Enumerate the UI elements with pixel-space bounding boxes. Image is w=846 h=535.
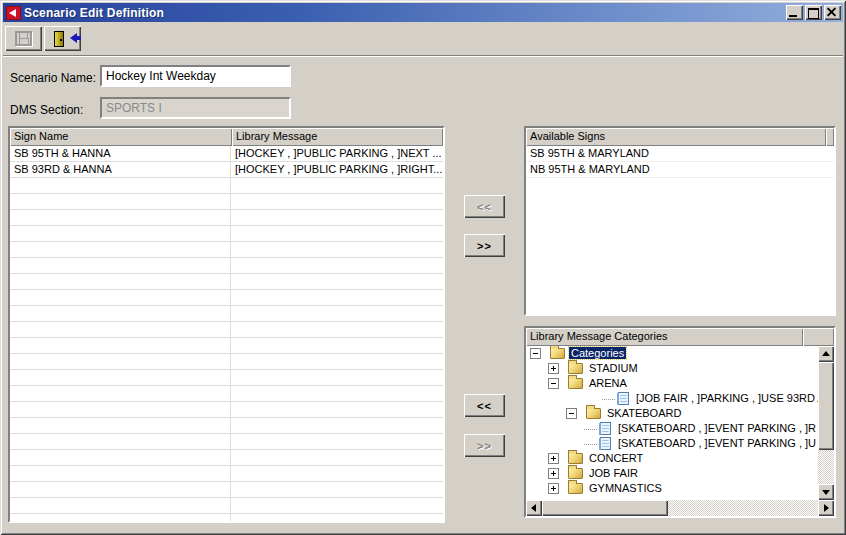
folder-icon	[568, 363, 583, 374]
tree-horizontal-scrollbar[interactable]	[526, 500, 834, 516]
collapse-icon[interactable]	[548, 378, 559, 389]
table-row[interactable]	[10, 194, 443, 210]
category-tree: CategoriesSTADIUMARENA[JOB FAIR , ]PARKI…	[526, 346, 818, 500]
table-row[interactable]	[10, 434, 443, 450]
tree-item-skateboard-event-parking-u[interactable]: [SKATEBOARD , ]EVENT PARKING , ]U	[526, 436, 818, 451]
table-row[interactable]	[10, 258, 443, 274]
table-row[interactable]: SB 93RD & HANNA[HOCKEY , ]PUBLIC PARKING…	[10, 162, 443, 178]
categories-move-left-button[interactable]: <<	[464, 394, 505, 417]
table-row[interactable]	[10, 242, 443, 258]
tree-item-job-fair[interactable]: JOB FAIR	[526, 466, 818, 481]
sign-name-cell	[10, 242, 231, 258]
document-icon	[600, 437, 611, 450]
titlebar: Scenario Edit Definition	[3, 3, 843, 22]
folder-icon	[586, 408, 601, 419]
tree-item-label[interactable]: GYMNASTICS	[587, 482, 664, 494]
minimize-button[interactable]	[786, 5, 803, 20]
horizontal-scroll-thumb[interactable]	[542, 500, 668, 516]
table-row[interactable]: SB 95TH & HANNA[HOCKEY , ]PUBLIC PARKING…	[10, 146, 443, 162]
available-sign-item[interactable]: NB 95TH & MARYLAND	[526, 162, 834, 178]
vertical-scroll-thumb[interactable]	[818, 362, 834, 450]
toolbar	[5, 26, 81, 52]
table-row[interactable]	[10, 418, 443, 434]
table-row[interactable]	[10, 210, 443, 226]
library-message-cell	[231, 290, 443, 306]
expand-icon[interactable]	[548, 363, 559, 374]
expand-icon[interactable]	[548, 483, 559, 494]
sign-table-header: Sign Name Library Message	[10, 128, 443, 146]
tree-item-skateboard[interactable]: SKATEBOARD	[526, 406, 818, 421]
tree-item-label[interactable]: CONCERT	[587, 452, 645, 464]
tree-item-label[interactable]: [JOB FAIR , ]PARKING , ]USE 93RD AVE ][J…	[634, 392, 818, 404]
library-message-cell	[231, 418, 443, 434]
expand-icon[interactable]	[548, 453, 559, 464]
exit-button[interactable]	[44, 26, 81, 51]
tree-item-label[interactable]: ARENA	[587, 377, 629, 389]
collapse-icon[interactable]	[566, 408, 577, 419]
signs-move-left-button[interactable]: <<	[464, 195, 505, 218]
table-row[interactable]	[10, 386, 443, 402]
table-row[interactable]	[10, 178, 443, 194]
scroll-left-button[interactable]	[526, 500, 542, 516]
tree-item-label[interactable]: SKATEBOARD	[605, 407, 683, 419]
tree-item-categories[interactable]: Categories	[526, 346, 818, 361]
tree-item-skateboard-event-parking-r[interactable]: [SKATEBOARD , ]EVENT PARKING , ]R	[526, 421, 818, 436]
toolbar-divider	[3, 55, 843, 57]
tree-connector	[584, 429, 597, 430]
library-message-cell	[231, 402, 443, 418]
folder-icon	[550, 348, 565, 359]
sign-name-cell	[10, 274, 231, 290]
library-message-cell	[231, 450, 443, 466]
sign-name-cell	[10, 482, 231, 498]
tree-item-label[interactable]: JOB FAIR	[587, 467, 640, 479]
expand-icon[interactable]	[548, 468, 559, 479]
tree-item-stadium[interactable]: STADIUM	[526, 361, 818, 376]
available-sign-item[interactable]: SB 95TH & MARYLAND	[526, 146, 834, 162]
signs-move-right-button[interactable]: >>	[464, 234, 505, 257]
sign-name-cell	[10, 226, 231, 242]
tree-item-concert[interactable]: CONCERT	[526, 451, 818, 466]
table-row[interactable]	[10, 498, 443, 514]
table-row[interactable]	[10, 370, 443, 386]
tree-item-label[interactable]: STADIUM	[587, 362, 640, 374]
sign-name-cell	[10, 354, 231, 370]
tree-item-label[interactable]: [SKATEBOARD , ]EVENT PARKING , ]U	[616, 437, 818, 449]
table-row[interactable]	[10, 354, 443, 370]
table-row[interactable]	[10, 466, 443, 482]
scroll-down-button[interactable]	[818, 484, 834, 500]
sign-name-cell	[10, 418, 231, 434]
close-button[interactable]	[824, 5, 841, 20]
document-icon	[618, 392, 629, 405]
save-button[interactable]	[5, 26, 42, 51]
tree-vertical-scrollbar[interactable]	[818, 346, 834, 500]
table-row[interactable]	[10, 274, 443, 290]
sign-name-cell	[10, 290, 231, 306]
tree-connector	[584, 444, 597, 445]
app-icon	[6, 6, 21, 20]
table-row[interactable]	[10, 290, 443, 306]
sign-name-cell	[10, 466, 231, 482]
maximize-button[interactable]	[805, 5, 822, 20]
sign-name-cell	[10, 178, 231, 194]
library-message-cell	[231, 386, 443, 402]
tree-item-arena[interactable]: ARENA	[526, 376, 818, 391]
tree-item-label[interactable]: Categories	[569, 347, 626, 359]
scroll-right-button[interactable]	[818, 500, 834, 516]
library-message-cell	[231, 338, 443, 354]
scroll-up-button[interactable]	[818, 346, 834, 362]
table-row[interactable]	[10, 338, 443, 354]
table-row[interactable]	[10, 306, 443, 322]
collapse-icon[interactable]	[530, 348, 541, 359]
table-row[interactable]	[10, 482, 443, 498]
tree-item-job-fair-parking-use-93rd-ave-ju[interactable]: [JOB FAIR , ]PARKING , ]USE 93RD AVE ][J…	[526, 391, 818, 406]
table-row[interactable]	[10, 402, 443, 418]
table-row[interactable]	[10, 322, 443, 338]
scenario-name-input[interactable]	[100, 65, 291, 87]
table-row[interactable]	[10, 514, 443, 523]
table-row[interactable]	[10, 226, 443, 242]
categories-move-right-button[interactable]: >>	[464, 434, 505, 457]
table-row[interactable]	[10, 450, 443, 466]
tree-item-gymnastics[interactable]: GYMNASTICS	[526, 481, 818, 496]
tree-item-label[interactable]: [SKATEBOARD , ]EVENT PARKING , ]R	[616, 422, 818, 434]
library-message-cell	[231, 274, 443, 290]
